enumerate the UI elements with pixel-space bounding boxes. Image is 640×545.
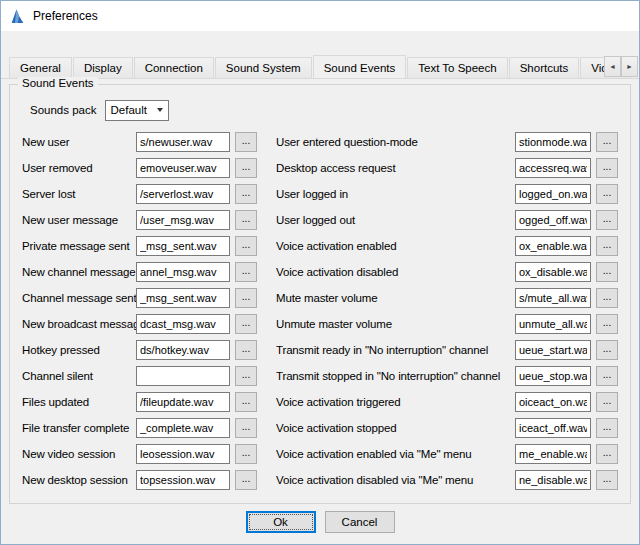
browse-button[interactable]: ... xyxy=(235,184,257,204)
sound-event-label: Files updated xyxy=(22,396,136,408)
tab-display[interactable]: Display xyxy=(73,57,133,78)
sound-file-input[interactable] xyxy=(515,366,591,386)
sound-event-label: Voice activation disabled xyxy=(276,266,515,278)
browse-button[interactable]: ... xyxy=(596,418,618,438)
tab-strip: GeneralDisplayConnectionSound SystemSoun… xyxy=(9,57,632,78)
sound-file-input[interactable] xyxy=(136,392,230,412)
browse-button[interactable]: ... xyxy=(235,392,257,412)
ok-button[interactable]: Ok xyxy=(246,511,316,533)
sound-event-label: New channel message xyxy=(22,266,136,278)
sound-file-input[interactable] xyxy=(515,444,591,464)
browse-button[interactable]: ... xyxy=(235,418,257,438)
browse-button[interactable]: ... xyxy=(596,444,618,464)
sound-event-label: Private message sent xyxy=(22,240,136,252)
sound-event-label: New user message xyxy=(22,214,136,226)
sound-events-column-right: User entered question-mode...Desktop acc… xyxy=(276,129,618,493)
sound-file-input[interactable] xyxy=(136,184,230,204)
sound-file-input[interactable] xyxy=(515,236,591,256)
sound-file-input[interactable] xyxy=(136,418,230,438)
sound-file-input[interactable] xyxy=(515,470,591,490)
tab-sound-system[interactable]: Sound System xyxy=(215,57,312,78)
tab-shortcuts[interactable]: Shortcuts xyxy=(509,57,580,78)
sound-file-input[interactable] xyxy=(515,184,591,204)
sound-event-row: New broadcast message... xyxy=(22,311,262,337)
tab-bar: GeneralDisplayConnectionSound SystemSoun… xyxy=(1,31,639,79)
browse-button[interactable]: ... xyxy=(596,236,618,256)
browse-button[interactable]: ... xyxy=(235,262,257,282)
sound-event-label: New broadcast message xyxy=(22,318,136,330)
browse-button[interactable]: ... xyxy=(235,470,257,490)
sound-file-input[interactable] xyxy=(515,288,591,308)
sound-file-input[interactable] xyxy=(515,262,591,282)
sound-file-input[interactable] xyxy=(136,288,230,308)
browse-button[interactable]: ... xyxy=(235,314,257,334)
sound-file-input[interactable] xyxy=(136,132,230,152)
sound-event-label: User logged in xyxy=(276,188,515,200)
sound-file-input[interactable] xyxy=(136,340,230,360)
sound-file-input[interactable] xyxy=(136,366,230,386)
tab-sound-events[interactable]: Sound Events xyxy=(313,55,407,79)
browse-button[interactable]: ... xyxy=(596,470,618,490)
sound-file-input[interactable] xyxy=(136,470,230,490)
sound-events-groupbox: Sound Events Sounds pack Default New use… xyxy=(9,84,631,504)
sound-event-row: Voice activation triggered... xyxy=(276,389,618,415)
tab-general[interactable]: General xyxy=(9,57,72,78)
sound-file-input[interactable] xyxy=(515,340,591,360)
browse-button[interactable]: ... xyxy=(596,288,618,308)
sound-event-row: User logged out... xyxy=(276,207,618,233)
app-icon xyxy=(9,8,26,25)
sound-file-input[interactable] xyxy=(515,392,591,412)
sound-file-input[interactable] xyxy=(136,314,230,334)
sound-event-label: New user xyxy=(22,136,136,148)
browse-button[interactable]: ... xyxy=(235,132,257,152)
titlebar: Preferences xyxy=(1,1,639,31)
sound-file-input[interactable] xyxy=(136,210,230,230)
browse-button[interactable]: ... xyxy=(596,340,618,360)
sound-event-row: Voice activation stopped... xyxy=(276,415,618,441)
sound-file-input[interactable] xyxy=(136,158,230,178)
browse-button[interactable]: ... xyxy=(235,288,257,308)
sound-event-row: Channel silent... xyxy=(22,363,262,389)
sound-file-input[interactable] xyxy=(515,418,591,438)
sound-file-input[interactable] xyxy=(515,314,591,334)
sound-file-input[interactable] xyxy=(515,158,591,178)
sound-event-row: Unmute master volume... xyxy=(276,311,618,337)
sound-event-row: Voice activation disabled... xyxy=(276,259,618,285)
sound-event-label: Voice activation enabled xyxy=(276,240,515,252)
sound-event-row: Mute master volume... xyxy=(276,285,618,311)
browse-button[interactable]: ... xyxy=(235,340,257,360)
sound-events-columns: New user...User removed...Server lost...… xyxy=(22,129,618,493)
tab-text-to-speech[interactable]: Text To Speech xyxy=(407,57,507,78)
sounds-pack-row: Sounds pack Default xyxy=(30,99,618,121)
browse-button[interactable]: ... xyxy=(235,158,257,178)
browse-button[interactable]: ... xyxy=(235,236,257,256)
browse-button[interactable]: ... xyxy=(235,366,257,386)
sound-file-input[interactable] xyxy=(515,132,591,152)
sound-event-row: New video session... xyxy=(22,441,262,467)
sound-event-row: User logged in... xyxy=(276,181,618,207)
sound-event-label: User entered question-mode xyxy=(276,136,515,148)
tab-scroll-right-icon[interactable]: ► xyxy=(621,56,638,77)
sound-event-label: Server lost xyxy=(22,188,136,200)
cancel-button[interactable]: Cancel xyxy=(325,511,395,533)
browse-button[interactable]: ... xyxy=(596,392,618,412)
browse-button[interactable]: ... xyxy=(596,366,618,386)
chevron-down-icon xyxy=(157,108,163,112)
sound-event-row: User removed... xyxy=(22,155,262,181)
sound-file-input[interactable] xyxy=(515,210,591,230)
browse-button[interactable]: ... xyxy=(596,158,618,178)
tab-scroll-left-icon[interactable]: ◄ xyxy=(604,56,621,77)
browse-button[interactable]: ... xyxy=(235,444,257,464)
browse-button[interactable]: ... xyxy=(596,184,618,204)
browse-button[interactable]: ... xyxy=(596,132,618,152)
sound-file-input[interactable] xyxy=(136,236,230,256)
browse-button[interactable]: ... xyxy=(596,262,618,282)
browse-button[interactable]: ... xyxy=(235,210,257,230)
sound-file-input[interactable] xyxy=(136,262,230,282)
sounds-pack-combobox[interactable]: Default xyxy=(105,100,169,121)
browse-button[interactable]: ... xyxy=(596,210,618,230)
tab-connection[interactable]: Connection xyxy=(134,57,214,78)
browse-button[interactable]: ... xyxy=(596,314,618,334)
sound-file-input[interactable] xyxy=(136,444,230,464)
sound-event-row: New user message... xyxy=(22,207,262,233)
